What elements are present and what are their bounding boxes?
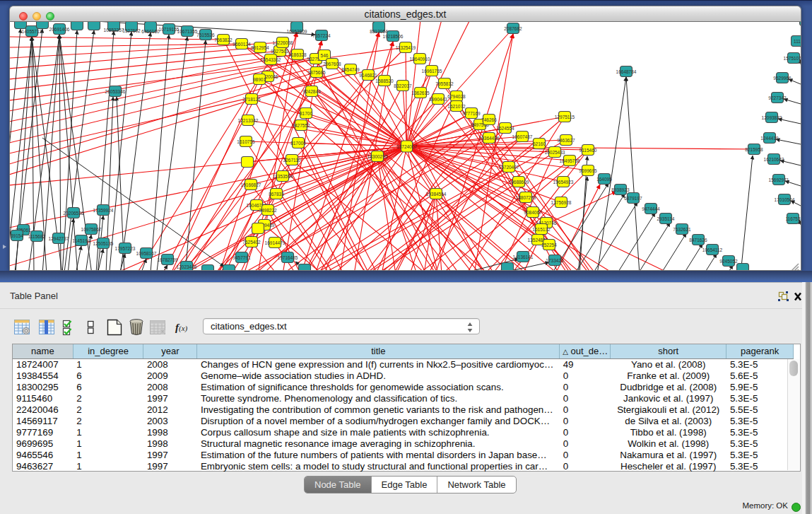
svg-text:16543362: 16543362 bbox=[261, 57, 281, 62]
svg-text:19716485: 19716485 bbox=[278, 255, 298, 260]
svg-text:12505135: 12505135 bbox=[93, 241, 114, 246]
svg-text:16053809: 16053809 bbox=[287, 29, 307, 34]
svg-text:18640910: 18640910 bbox=[410, 57, 430, 62]
svg-text:9115460: 9115460 bbox=[579, 148, 597, 153]
svg-text:1115682: 1115682 bbox=[28, 234, 46, 239]
svg-text:9227342: 9227342 bbox=[768, 95, 787, 100]
svg-text:18807299: 18807299 bbox=[516, 195, 536, 200]
svg-text:19166827: 19166827 bbox=[241, 182, 261, 187]
svg-text:20364436: 20364436 bbox=[479, 136, 500, 141]
svg-text:3624554: 3624554 bbox=[496, 126, 514, 131]
svg-text:26053346: 26053346 bbox=[105, 89, 126, 94]
svg-text:6466160: 6466160 bbox=[141, 29, 160, 34]
svg-text:817006: 817006 bbox=[290, 141, 306, 146]
svg-text:10853257: 10853257 bbox=[104, 28, 124, 33]
svg-text:8938923: 8938923 bbox=[611, 187, 630, 192]
svg-text:164095: 164095 bbox=[596, 177, 612, 182]
svg-text:14055713: 14055713 bbox=[22, 29, 42, 34]
svg-text:8186328: 8186328 bbox=[288, 52, 307, 57]
svg-text:16648784: 16648784 bbox=[616, 69, 637, 74]
svg-text:18724007: 18724007 bbox=[396, 144, 417, 149]
svg-text:9660124: 9660124 bbox=[233, 42, 251, 47]
svg-text:3875685: 3875685 bbox=[307, 70, 326, 75]
svg-text:8454749: 8454749 bbox=[341, 67, 360, 72]
svg-text:19384554: 19384554 bbox=[426, 192, 447, 197]
svg-text:19654923: 19654923 bbox=[553, 180, 574, 185]
svg-text:16210643: 16210643 bbox=[764, 157, 784, 162]
svg-text:16914479: 16914479 bbox=[265, 240, 286, 245]
svg-text:2087682: 2087682 bbox=[504, 26, 522, 31]
svg-text:10025433: 10025433 bbox=[545, 150, 565, 155]
svg-text:13226058: 13226058 bbox=[273, 40, 293, 45]
svg-text:7632621: 7632621 bbox=[673, 227, 691, 232]
svg-text:17359924: 17359924 bbox=[93, 208, 114, 213]
svg-text:62160: 62160 bbox=[533, 141, 546, 146]
svg-text:9529966: 9529966 bbox=[773, 76, 792, 81]
svg-text:8322037: 8322037 bbox=[394, 83, 412, 88]
svg-text:116753: 116753 bbox=[785, 216, 801, 221]
svg-text:10654112: 10654112 bbox=[702, 247, 723, 252]
svg-text:15692971: 15692971 bbox=[769, 177, 789, 182]
svg-text:9146821: 9146821 bbox=[359, 73, 377, 78]
svg-text:18495758: 18495758 bbox=[560, 158, 580, 163]
svg-text:1621072: 1621072 bbox=[447, 104, 466, 109]
svg-text:16782759: 16782759 bbox=[158, 257, 178, 262]
svg-text:15720407: 15720407 bbox=[499, 165, 519, 170]
svg-text:1610755: 1610755 bbox=[237, 139, 255, 144]
svg-text:1615132: 1615132 bbox=[532, 227, 551, 232]
svg-text:14136141: 14136141 bbox=[513, 255, 534, 259]
svg-text:19218506: 19218506 bbox=[383, 34, 404, 39]
svg-text:1244419: 1244419 bbox=[760, 136, 779, 141]
svg-text:1527602: 1527602 bbox=[122, 28, 141, 33]
svg-text:9457791: 9457791 bbox=[233, 255, 251, 260]
svg-text:15751074: 15751074 bbox=[784, 56, 801, 61]
svg-text:3267110: 3267110 bbox=[283, 158, 301, 163]
svg-text:10607487: 10607487 bbox=[512, 134, 533, 139]
svg-text:20691406: 20691406 bbox=[49, 27, 70, 32]
svg-text:8990443: 8990443 bbox=[429, 97, 447, 102]
svg-text:9242843: 9242843 bbox=[302, 89, 321, 94]
svg-text:8912954: 8912954 bbox=[251, 45, 269, 50]
svg-text:1733426: 1733426 bbox=[546, 258, 564, 263]
svg-text:9777169: 9777169 bbox=[462, 111, 481, 116]
svg-text:17957223: 17957223 bbox=[115, 246, 136, 251]
svg-text:9245052: 9245052 bbox=[719, 259, 738, 264]
svg-text:3498222: 3498222 bbox=[259, 208, 277, 213]
svg-text:252254: 252254 bbox=[541, 243, 557, 247]
svg-text:1588520: 1588520 bbox=[375, 78, 394, 83]
svg-text:12023446: 12023446 bbox=[177, 264, 197, 269]
svg-text:546: 546 bbox=[321, 53, 329, 58]
svg-text:1362615: 1362615 bbox=[411, 90, 430, 95]
svg-text:11325419: 11325419 bbox=[396, 45, 416, 50]
svg-text:7357224: 7357224 bbox=[312, 33, 331, 38]
svg-text:8215958: 8215958 bbox=[745, 147, 763, 152]
svg-text:10688609: 10688609 bbox=[509, 180, 529, 185]
svg-text:746266: 746266 bbox=[481, 117, 497, 122]
svg-text:7663822: 7663822 bbox=[214, 37, 233, 42]
svg-text:2935114: 2935114 bbox=[657, 216, 675, 221]
svg-text:16961755: 16961755 bbox=[422, 69, 442, 74]
svg-text:(x): (x) bbox=[179, 324, 188, 333]
svg-text:12942737: 12942737 bbox=[49, 236, 69, 241]
svg-text:7955812: 7955812 bbox=[435, 81, 454, 86]
svg-text:111: 111 bbox=[794, 39, 801, 44]
svg-text:17010504: 17010504 bbox=[775, 197, 795, 202]
svg-text:10671355: 10671355 bbox=[177, 29, 198, 34]
svg-text:9084067: 9084067 bbox=[524, 210, 542, 215]
svg-text:10975867: 10975867 bbox=[81, 227, 102, 232]
svg-text:7515526: 7515526 bbox=[196, 33, 215, 37]
svg-text:1145194: 1145194 bbox=[73, 238, 90, 243]
svg-text:2718126: 2718126 bbox=[242, 97, 261, 102]
svg-text:11353594: 11353594 bbox=[273, 174, 293, 179]
svg-text:9474444: 9474444 bbox=[642, 206, 660, 211]
svg-text:7625402: 7625402 bbox=[242, 240, 261, 245]
svg-text:6794028: 6794028 bbox=[447, 94, 466, 99]
svg-text:6879197: 6879197 bbox=[624, 196, 642, 201]
svg-text:13756928: 13756928 bbox=[551, 200, 572, 205]
svg-text:12093832: 12093832 bbox=[762, 115, 782, 120]
svg-text:867833: 867833 bbox=[269, 192, 284, 197]
svg-text:12975115: 12975115 bbox=[555, 115, 575, 119]
svg-text:9427552: 9427552 bbox=[292, 123, 310, 128]
svg-text:2967608: 2967608 bbox=[323, 62, 341, 66]
svg-text:98901: 98901 bbox=[253, 77, 266, 82]
